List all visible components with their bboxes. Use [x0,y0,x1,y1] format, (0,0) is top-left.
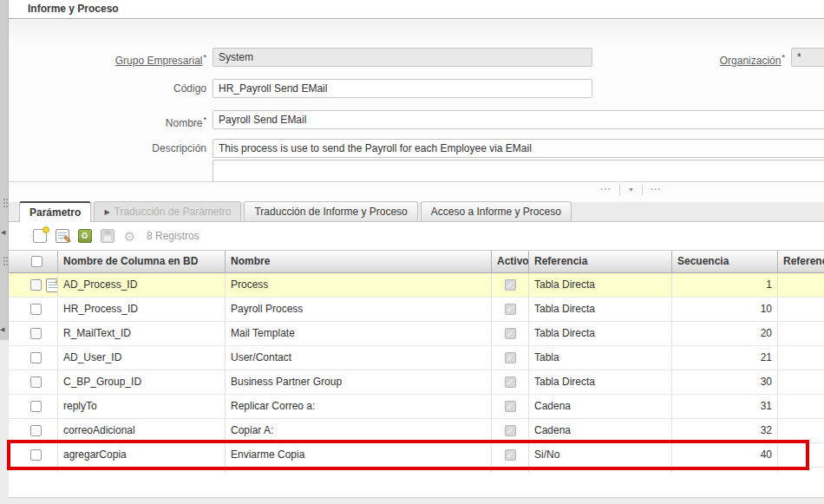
cell-activo: ✓ [492,273,529,297]
codigo-field[interactable] [213,79,592,98]
cell-secuencia: 31 [672,395,778,418]
empty-cell [226,468,492,473]
row-select-checkbox[interactable] [30,304,42,315]
descripcion-field[interactable] [213,139,824,158]
cell-secuencia: 20 [672,322,778,345]
grid-row-AD_User_ID[interactable]: AD_User_IDUser/Contact✓Tabla21 [9,346,824,370]
activo-checkbox-checked: ✓ [505,279,516,291]
cell-referencia-llave [778,322,824,345]
new-record-button[interactable] [32,229,47,244]
row-select-checkbox[interactable] [30,401,42,412]
cell-referencia: Tabla Directa [529,298,672,321]
grupo-empresarial-field[interactable] [213,48,592,67]
column-header-secuencia[interactable]: Secuencia [672,251,778,272]
row-select-checkbox[interactable] [30,376,42,388]
grid-row-AD_Process_ID[interactable]: ✎AD_Process_IDProcess✓Tabla Directa1 [9,273,824,298]
gear-icon: ⚙ [124,229,135,244]
cell-column-db: agregarCopia [58,443,226,467]
grid-row-agregarCopia[interactable]: agregarCopiaEnviarme Copia✓Si/No40 [9,443,824,468]
cell-activo: ✓ [492,419,529,442]
delete-record-button[interactable]: ♻ [77,229,92,244]
grid-row-HR_Process_ID[interactable]: HR_Process_IDPayroll Process✓Tabla Direc… [9,298,824,322]
new-record-icon [33,229,47,243]
grid-body: ✎AD_Process_IDProcess✓Tabla Directa1HR_P… [9,273,824,473]
row-select-checkbox[interactable] [30,449,42,461]
row-select-cell: ✎ [9,273,58,297]
cell-referencia-llave [778,370,824,394]
grid-header: Nombre de Columna en BDNombreActivoRefer… [9,250,824,273]
row-select-checkbox[interactable] [30,425,42,436]
west-splitter[interactable] [0,0,9,340]
empty-cell [58,468,226,473]
cell-activo: ✓ [492,346,529,370]
collapse-down-icon[interactable]: ▼ [628,185,634,195]
organizacion-field[interactable] [791,48,824,67]
row-select-checkbox[interactable] [30,352,42,363]
splitter-grip-icon[interactable] [3,199,5,200]
grid-row-correoAdicional[interactable]: correoAdicionalCopiar A:✓Cadena32 [9,419,824,443]
column-header-referencia[interactable]: Referencia [778,251,824,272]
splitter-drag-icon[interactable]: ··· [651,185,662,195]
records-count: 8 Registros [147,230,199,242]
horizontal-scrollbar[interactable] [9,497,824,504]
nombre-label: Nombre* [17,110,206,133]
splitter-grip-icon[interactable] [3,257,5,259]
column-header-nombre-de-columna-en-bd[interactable]: Nombre de Columna en BD [58,251,226,272]
pencil-icon: ✎ [63,234,71,245]
window-title: Informe y Proceso [28,3,119,15]
splitter-drag-icon[interactable]: ··· [600,185,611,195]
row-edit-icon[interactable]: ✎ [46,278,58,292]
organizacion-link[interactable]: Organización [720,55,781,67]
tab-arrow-icon: ▶ [104,203,109,221]
west-splitter-lower [0,340,9,504]
row-select-checkbox[interactable] [30,279,42,291]
activo-checkbox-checked: ✓ [505,449,516,461]
cell-referencia: Cadena [529,395,672,418]
cell-nombre: Process [226,273,492,297]
row-select-cell [9,419,58,442]
save-record-icon [101,229,114,243]
cell-referencia-llave [778,273,824,297]
grid-row-replyTo[interactable]: replyToReplicar Correo a:✓Cadena31 [9,395,824,419]
edit-record-button[interactable]: ✎ [55,229,69,244]
cell-column-db: replyTo [58,395,226,418]
codigo-label: Código [17,79,206,98]
tab-label: Parámetro [29,204,81,222]
column-header-referencia[interactable]: Referencia [529,251,672,272]
cell-referencia-llave [778,419,824,442]
collapse-left-icon[interactable]: ◀ [1,229,5,236]
cell-activo: ✓ [492,443,529,467]
activo-checkbox-checked: ✓ [505,401,516,412]
grupo-empresarial-label: Grupo Empresarial* [17,48,206,70]
tab-acceso-a-informe-y-proceso[interactable]: Acceso a Informe y Proceso [421,201,572,221]
select-all-checkbox[interactable] [31,256,43,267]
row-select-cell [9,346,58,370]
nombre-field[interactable] [213,110,824,129]
cell-nombre: Copiar A: [226,419,492,442]
grid-row-C_BP_Group_ID[interactable]: C_BP_Group_IDBusiness Partner Group✓Tabl… [9,370,824,395]
splitter-divider [642,185,643,195]
collapse-left-icon[interactable]: ◀ [0,326,4,333]
column-header-activo[interactable]: Activo [492,251,529,272]
tab-traducci-n-de-informe-y-proceso[interactable]: Traducción de Informe y Proceso [244,201,417,221]
tab-label: Acceso a Informe y Proceso [431,203,561,221]
cell-column-db: C_BP_Group_ID [58,370,226,394]
cell-activo: ✓ [492,395,529,418]
grid-row-R_MailText_ID[interactable]: R_MailText_IDMail Template✓Tabla Directa… [9,322,824,346]
cell-column-db: correoAdicional [58,419,226,442]
activo-checkbox-checked: ✓ [505,425,516,436]
nombre-label-text: Nombre [166,117,203,129]
empty-cell [529,468,672,473]
required-mark: * [203,115,206,124]
cell-referencia: Tabla Directa [529,322,672,345]
tab-par-metro[interactable]: Parámetro [19,201,91,222]
descripcion-label-text: Descripción [152,142,206,154]
empty-cell [778,468,824,473]
tab-label: Traducción de Parámetro [114,203,232,221]
row-select-checkbox[interactable] [30,328,42,339]
ayuda-field[interactable] [213,160,824,181]
grupo-empresarial-link[interactable]: Grupo Empresarial [115,55,203,67]
south-splitter[interactable]: ··· ▼ ··· [9,181,824,202]
column-header-nombre[interactable]: Nombre [226,251,492,272]
grid-toolbar: ✎ ♻ ⚙ 8 Registros [9,222,824,250]
